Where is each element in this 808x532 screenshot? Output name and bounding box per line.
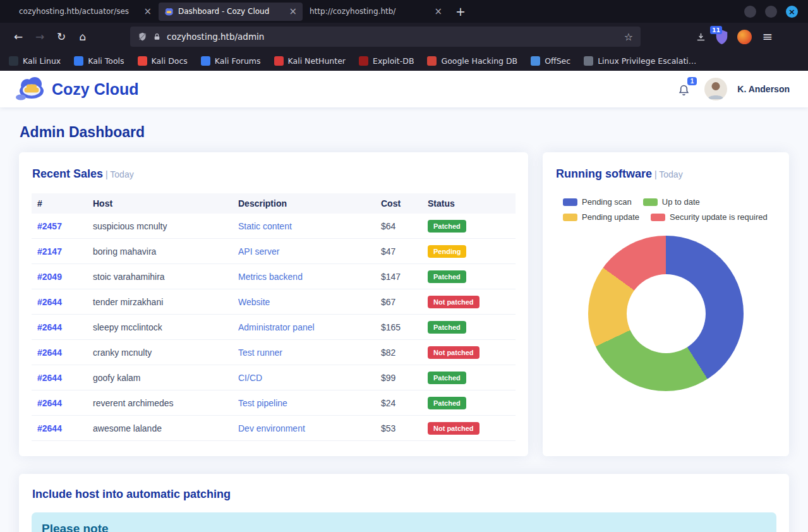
status-badge: Not patched [428,296,479,308]
tab-close-icon[interactable]: × [143,7,152,16]
status-cell: Patched [422,315,516,340]
back-button[interactable]: ← [8,27,29,47]
bookmark-item[interactable]: Kali Forums [201,56,261,66]
table-row: #2644reverent archimedesTest pipeline$24… [32,390,516,416]
sale-id-link[interactable]: #2049 [37,272,62,282]
window-minimize-button[interactable] [744,6,756,18]
sale-id-link[interactable]: #2644 [37,398,62,408]
host-cell: tender mirzakhani [87,289,232,315]
description-link[interactable]: API server [238,246,279,257]
bookmarks-bar: Kali LinuxKali ToolsKali DocsKali Forums… [0,51,808,71]
table-row: #2049stoic varahamihiraMetrics backend$1… [32,264,516,289]
notifications-button[interactable]: 1 [677,81,694,97]
host-cell: suspicious mcnulty [87,214,232,239]
forward-button[interactable]: → [29,27,51,47]
sale-id-link[interactable]: #2644 [37,373,62,383]
sale-id-link[interactable]: #2644 [37,297,62,307]
status-cell: Patched [422,214,516,239]
chart-legend: Pending scanUp to datePending updateSecu… [563,197,776,222]
legend-marker-icon [563,214,577,221]
status-cell: Not patched [422,340,516,365]
description-link[interactable]: Test pipeline [238,398,287,408]
logo[interactable]: Cozy Cloud [15,76,139,102]
kali-forums-icon [201,56,210,66]
bookmark-item[interactable]: Kali NetHunter [274,56,346,66]
host-cell: awesome lalande [87,416,232,441]
legend-item[interactable]: Security update is required [651,212,768,222]
description-link[interactable]: Website [238,297,270,307]
description-link[interactable]: Static content [238,221,292,231]
legend-item[interactable]: Pending update [563,212,639,222]
proxy-extension-icon[interactable] [737,30,752,44]
description-cell: Test runner [232,340,375,365]
status-badge: Patched [428,220,466,233]
bookmark-label: Kali Tools [88,56,124,66]
window-maximize-button[interactable] [765,6,777,18]
bookmark-item[interactable]: Kali Docs [138,56,188,66]
bookmark-item[interactable]: Linux Privilege Escalati… [584,56,696,66]
legend-item[interactable]: Pending scan [563,197,632,207]
sales-table-head-row: #HostDescriptionCostStatus [32,193,516,214]
reload-button[interactable]: ↻ [51,27,72,47]
bookmark-item[interactable]: Kali Tools [74,56,124,66]
sale-id-cell: #2049 [32,264,87,289]
url-bar[interactable]: cozyhosting.htb/admin ☆ [130,27,641,47]
table-header-cell: Host [87,193,232,214]
bookmark-label: Kali Forums [215,56,261,66]
sale-id-link[interactable]: #2457 [37,221,62,231]
donut-hole [627,274,706,353]
bookmark-item[interactable]: Google Hacking DB [427,56,517,66]
cost-cell: $147 [375,264,422,289]
sale-id-cell: #2644 [32,416,87,441]
cost-cell: $24 [375,390,422,416]
bookmark-item[interactable]: Kali Linux [9,56,61,66]
status-badge: Patched [428,321,466,334]
description-link[interactable]: Administrator panel [238,322,315,332]
browser-tab[interactable]: Dashboard - Cozy Cloud× [159,3,303,21]
user-name[interactable]: K. Anderson [737,84,790,94]
ghdb-icon [427,56,437,66]
legend-label: Security update is required [670,212,768,222]
sale-id-link[interactable]: #2644 [37,322,62,332]
kali-docs-icon [138,56,147,66]
offsec-icon [531,56,540,66]
main-content: Admin Dashboard Recent Sales| Today #Hos… [0,107,808,532]
status-badge: Pending [428,245,466,258]
new-tab-button[interactable]: + [451,2,470,21]
description-link[interactable]: Test runner [238,348,282,358]
description-link[interactable]: Metrics backend [238,272,303,282]
user-avatar[interactable] [704,78,727,100]
legend-row: Pending updateSecurity update is require… [563,212,776,222]
cost-cell: $47 [375,239,422,264]
tab-close-icon[interactable]: × [289,7,297,16]
description-link[interactable]: Dev environment [238,423,305,433]
page: Cozy Cloud 1 K. Anderson Admin Dashboard… [0,71,808,532]
cost-cell: $165 [375,315,422,340]
bookmark-label: Exploit-DB [373,56,414,66]
browser-tab[interactable]: http://cozyhosting.htb/× [304,3,448,21]
legend-marker-icon [651,214,665,221]
dashboard-row: Recent Sales| Today #HostDescriptionCost… [19,152,789,456]
bookmark-item[interactable]: OffSec [531,56,570,66]
bookmark-star-icon[interactable]: ☆ [624,31,633,43]
window-close-button[interactable]: × [786,6,798,18]
tracking-shield-icon[interactable] [138,32,147,42]
home-button[interactable]: ⌂ [72,27,93,47]
browser-tab[interactable]: cozyhosting.htb/actuator/ses× [13,3,157,21]
table-row: #2644cranky mcnultyTest runner$82Not pat… [32,340,516,365]
adblock-shield-extension-icon[interactable]: 11 [715,29,728,45]
kali-dragon-icon [9,56,18,66]
save-to-pocket-icon[interactable] [690,27,711,47]
sale-id-link[interactable]: #2644 [37,423,62,433]
description-link[interactable]: CI/CD [238,373,262,383]
tab-close-icon[interactable]: × [434,7,442,16]
status-cell: Pending [422,239,516,264]
menu-button[interactable]: ≡ [757,27,778,47]
url-text[interactable]: cozyhosting.htb/admin [167,32,618,42]
legend-item[interactable]: Up to date [643,197,700,207]
bookmark-item[interactable]: Exploit-DB [359,56,414,66]
status-badge: Patched [428,372,466,384]
status-cell: Patched [422,390,516,416]
sale-id-link[interactable]: #2644 [37,348,62,358]
sale-id-link[interactable]: #2147 [37,246,62,257]
